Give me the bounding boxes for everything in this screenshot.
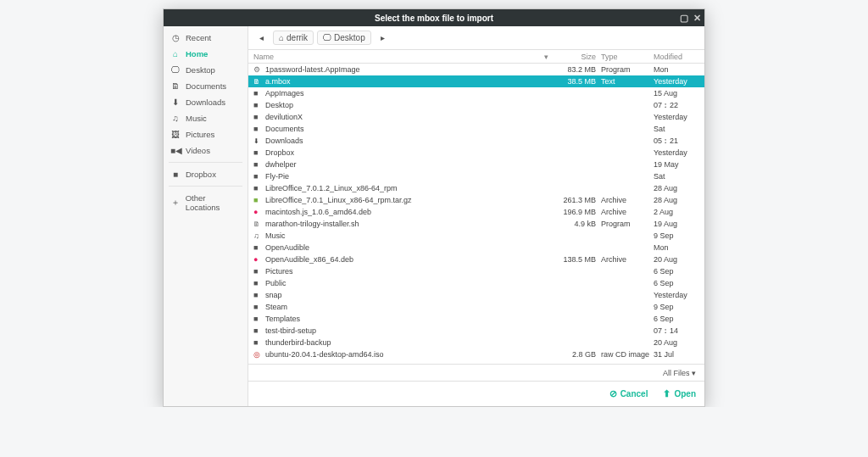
file-name: 1password-latest.AppImage: [265, 65, 554, 74]
recent-icon: ◷: [170, 33, 181, 42]
file-modified: 07︰22: [654, 100, 699, 111]
sort-indicator-icon: ▾: [544, 53, 554, 61]
title-bar: Select the mbox file to import ▢ ✕: [164, 9, 704, 26]
file-name: OpenAudible: [265, 243, 554, 252]
file-list[interactable]: 1password-latest.AppImage83.2 MBProgramM…: [248, 64, 704, 364]
sidebar-item-recent[interactable]: ◷Recent: [164, 30, 248, 46]
file-name: Steam: [265, 303, 554, 311]
sidebar-item-home[interactable]: ⌂Home: [164, 46, 248, 62]
dialog-body: ◷Recent⌂Home🖵Desktop🗎Documents⬇Downloads…: [164, 26, 704, 406]
close-button[interactable]: ✕: [693, 13, 701, 24]
file-name: a.mbox: [265, 77, 554, 86]
sidebar-item-label: Dropbox: [186, 170, 216, 179]
file-modified: Sat: [654, 172, 699, 181]
down-icon: [253, 137, 265, 145]
file-row[interactable]: LibreOffice_7.0.1.2_Linux_x86-64_rpm28 A…: [248, 182, 704, 194]
file-row[interactable]: Music9 Sep: [248, 230, 704, 242]
file-icon: [253, 220, 265, 228]
folder-icon: [253, 279, 265, 287]
path-segment-desktop[interactable]: 🖵 Desktop: [317, 31, 371, 45]
sidebar-item-label: Downloads: [186, 98, 225, 107]
sidebar-item-desktop[interactable]: 🖵Desktop: [164, 62, 248, 78]
file-row[interactable]: a.mbox38.5 MBTextYesterday: [248, 75, 704, 87]
sidebar-item-other-locations[interactable]: ＋Other Locations: [164, 190, 248, 215]
file-name: dwhelper: [265, 160, 554, 169]
file-name: Dropbox: [265, 148, 554, 157]
home-icon: ⌂: [170, 49, 181, 59]
main-panel: ◂ ⌂ derrik 🖵 Desktop ▸ Name ▾ Size Type: [248, 26, 704, 406]
column-type[interactable]: Type: [601, 53, 654, 61]
path-segment-label: derrik: [287, 33, 308, 42]
maximize-button[interactable]: ▢: [680, 13, 688, 24]
sidebar-item-documents[interactable]: 🗎Documents: [164, 78, 248, 94]
file-row[interactable]: Pictures6 Sep: [248, 265, 704, 277]
folder-icon: [253, 243, 265, 252]
column-modified[interactable]: Modified: [654, 53, 699, 61]
folder-icon: [253, 160, 265, 169]
file-modified: Mon: [654, 65, 699, 74]
file-row[interactable]: LibreOffice_7.0.1_Linux_x86-64_rpm.tar.g…: [248, 194, 704, 206]
file-modified: 05︰21: [654, 136, 699, 147]
file-name: macintosh.js_1.0.6_amd64.deb: [265, 208, 554, 216]
file-modified: Mon: [654, 243, 699, 252]
path-back-button[interactable]: ◂: [253, 31, 270, 45]
column-name[interactable]: Name ▾: [253, 53, 554, 61]
file-row[interactable]: snapYesterday: [248, 289, 704, 301]
file-row[interactable]: Fly-PieSat: [248, 170, 704, 182]
file-row[interactable]: test-tbird-setup07︰14: [248, 325, 704, 337]
file-row[interactable]: marathon-trilogy-installer.sh4.9 kBProgr…: [248, 218, 704, 230]
file-modified: 19 Aug: [654, 220, 699, 228]
file-row[interactable]: dwhelper19 May: [248, 159, 704, 170]
file-chooser-window: Select the mbox file to import ▢ ✕ ◷Rece…: [163, 8, 705, 407]
green-icon: [253, 196, 265, 204]
sidebar-item-label: Other Locations: [186, 193, 241, 212]
file-row[interactable]: Public6 Sep: [248, 277, 704, 289]
sidebar-item-music[interactable]: ♫Music: [164, 110, 248, 126]
file-modified: 07︰14: [654, 326, 699, 337]
sidebar-item-videos[interactable]: ■◀Videos: [164, 142, 248, 159]
path-bar: ◂ ⌂ derrik 🖵 Desktop ▸: [248, 26, 704, 50]
folder-icon: [253, 315, 265, 323]
file-modified: 19 May: [654, 160, 699, 169]
music-icon: ♫: [170, 114, 181, 123]
file-modified: 15 Aug: [654, 89, 699, 98]
file-size: 261.3 MB: [554, 196, 601, 204]
file-row[interactable]: Steam9 Sep: [248, 301, 704, 313]
path-forward-button[interactable]: ▸: [375, 31, 391, 45]
file-row[interactable]: thunderbird-backup20 Aug: [248, 337, 704, 348]
file-row[interactable]: macintosh.js_1.0.6_amd64.deb196.9 MBArch…: [248, 206, 704, 218]
file-row[interactable]: OpenAudibleMon: [248, 242, 704, 254]
path-segment-home[interactable]: ⌂ derrik: [273, 31, 314, 45]
file-name: AppImages: [265, 89, 554, 98]
home-icon: ⌂: [279, 33, 284, 42]
file-row[interactable]: Desktop07︰22: [248, 99, 704, 111]
file-row[interactable]: DropboxYesterday: [248, 147, 704, 159]
gear-icon: [253, 65, 265, 74]
folder-icon: [253, 125, 265, 133]
file-name: OpenAudible_x86_64.deb: [265, 255, 554, 264]
file-row[interactable]: OpenAudible_x86_64.deb138.5 MBArchive20 …: [248, 254, 704, 265]
file-size: 138.5 MB: [554, 255, 601, 264]
file-filter-dropdown[interactable]: All Files ▾: [663, 369, 696, 377]
folder-icon: [253, 148, 265, 157]
file-row[interactable]: AppImages15 Aug: [248, 87, 704, 99]
sidebar-item-dropbox[interactable]: ■Dropbox: [164, 166, 248, 182]
file-modified: 6 Sep: [654, 279, 699, 287]
file-modified: Yesterday: [654, 113, 699, 121]
cancel-button[interactable]: ⊘ Cancel: [609, 388, 648, 399]
file-row[interactable]: devilutionXYesterday: [248, 111, 704, 123]
file-row[interactable]: 1password-latest.AppImage83.2 MBProgramM…: [248, 64, 704, 75]
file-type: Archive: [601, 196, 654, 204]
sidebar-item-pictures[interactable]: 🖼Pictures: [164, 126, 248, 142]
column-size[interactable]: Size: [554, 53, 601, 61]
folder-icon: [253, 303, 265, 311]
file-row[interactable]: ubuntu-20.04.1-desktop-amd64.iso2.8 GBra…: [248, 348, 704, 360]
open-button[interactable]: ⬆ Open: [663, 388, 696, 399]
sidebar-item-downloads[interactable]: ⬇Downloads: [164, 94, 248, 110]
folder-icon: [253, 326, 265, 335]
action-bar: ⊘ Cancel ⬆ Open: [248, 381, 704, 406]
file-row[interactable]: Templates6 Sep: [248, 313, 704, 325]
file-row[interactable]: Downloads05︰21: [248, 135, 704, 147]
file-row[interactable]: DocumentsSat: [248, 123, 704, 135]
file-type: Text: [601, 77, 654, 86]
